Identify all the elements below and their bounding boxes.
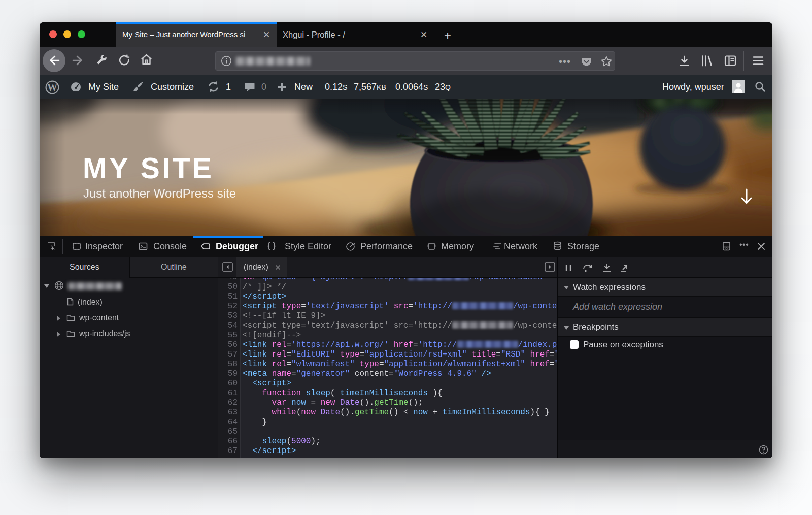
svg-text:W: W <box>47 82 57 93</box>
